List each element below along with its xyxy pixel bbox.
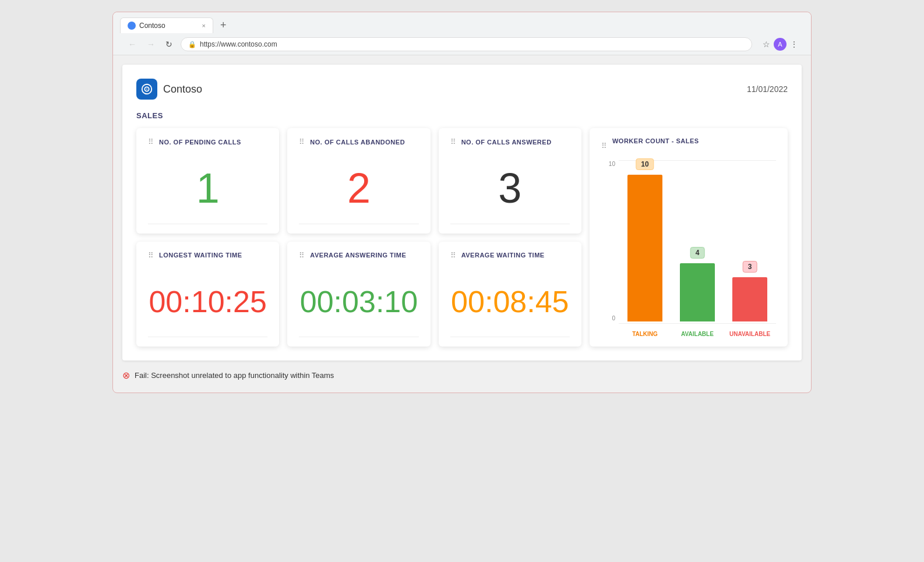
browser-tabs: Contoso × + <box>120 17 804 34</box>
svg-point-2 <box>146 89 147 90</box>
bar-unavailable: 3 <box>729 277 770 321</box>
card-header: ⠿ NO. OF CALLS ABANDONED <box>299 137 418 146</box>
card-divider <box>450 337 570 337</box>
card-calls-abandoned: ⠿ NO. OF CALLS ABANDONED 2 <box>287 128 430 234</box>
card-avg-answering: ⠿ AVERAGE ANSWERING TIME 00:03:10 <box>287 242 430 347</box>
tab-close-btn[interactable]: × <box>202 22 206 29</box>
card-header: ⠿ NO. OF CALLS ANSWERED <box>450 137 570 146</box>
section-label: SALES <box>136 111 788 120</box>
card-header: ⠿ NO. OF PENDING CALLS <box>148 137 267 146</box>
card-title: AVERAGE ANSWERING TIME <box>310 252 406 259</box>
chart-title: WORKER COUNT - SALES <box>612 137 699 144</box>
forward-button[interactable]: → <box>144 38 157 50</box>
card-header: ⠿ LONGEST WAITING TIME <box>148 251 267 260</box>
dashboard-grid: ⠿ NO. OF PENDING CALLS 1 ⠿ NO. OF CALLS … <box>136 128 788 347</box>
app-container: Contoso × + ← → ↻ 🔒 https://www.contoso.… <box>112 12 812 393</box>
bar-talking-fill <box>627 175 662 321</box>
card-value: 1 <box>148 153 267 224</box>
card-title: NO. OF PENDING CALLS <box>159 139 241 146</box>
chart-area: 10 0 10 4 <box>601 161 776 337</box>
chart-labels: TALKING AVAILABLE UNAVAILABLE <box>601 331 776 337</box>
app-name: Contoso <box>163 83 202 96</box>
bar-tooltip-talking: 10 <box>636 158 654 170</box>
lock-icon: 🔒 <box>188 41 196 48</box>
bar-unavailable-fill <box>732 277 767 321</box>
drag-icon: ⠿ <box>148 137 154 146</box>
chart-label-talking: TALKING <box>625 331 665 337</box>
y-label-bottom: 0 <box>612 315 615 321</box>
fail-icon: ⊗ <box>122 370 130 381</box>
menu-button[interactable]: ⋮ <box>790 40 798 49</box>
bar-available-fill <box>680 263 715 321</box>
y-label-top: 10 <box>609 161 615 167</box>
new-tab-button[interactable]: + <box>216 17 231 34</box>
bars-group: 10 4 3 <box>619 161 776 321</box>
drag-icon: ⠿ <box>299 137 305 146</box>
bar-tooltip-unavailable: 3 <box>743 261 757 273</box>
chart-bars-container: 10 0 10 4 <box>601 161 776 324</box>
card-divider <box>299 224 418 224</box>
card-value: 3 <box>450 153 570 224</box>
card-value: 2 <box>299 153 418 224</box>
url-text: https://www.contoso.com <box>200 40 277 48</box>
back-button[interactable]: ← <box>126 38 139 50</box>
card-title: NO. OF CALLS ANSWERED <box>461 139 552 146</box>
reload-button[interactable]: ↻ <box>163 38 175 50</box>
bar-available: 4 <box>677 263 718 321</box>
fail-message: Fail: Screenshot unrelated to app functi… <box>135 371 334 380</box>
card-value: 00:08:45 <box>450 267 570 337</box>
card-avg-waiting: ⠿ AVERAGE WAITING TIME 00:08:45 <box>439 242 581 347</box>
chart-label-available: AVAILABLE <box>677 331 718 337</box>
browser-tab[interactable]: Contoso × <box>120 17 213 33</box>
card-value: 00:10:25 <box>148 267 267 337</box>
app-logo <box>136 79 157 100</box>
main-content: Contoso 11/01/2022 SALES ⠿ NO. OF PENDIN… <box>122 65 802 360</box>
bar-talking: 10 <box>625 175 665 321</box>
card-calls-answered: ⠿ NO. OF CALLS ANSWERED 3 <box>439 128 581 234</box>
chart-label-unavailable: UNAVAILABLE <box>729 331 770 337</box>
card-title: LONGEST WAITING TIME <box>159 252 242 259</box>
app-header: Contoso 11/01/2022 <box>136 79 788 100</box>
url-bar[interactable]: 🔒 https://www.contoso.com <box>181 37 752 51</box>
logo-icon <box>140 83 153 96</box>
card-divider <box>148 337 267 337</box>
browser-addressbar: ← → ↻ 🔒 https://www.contoso.com ☆ A ⋮ <box>120 34 804 55</box>
card-divider <box>450 224 570 224</box>
drag-icon: ⠿ <box>601 142 608 150</box>
tab-label: Contoso <box>139 22 165 30</box>
chart-card-header: ⠿ WORKER COUNT - SALES <box>601 137 776 154</box>
bar-tooltip-available: 4 <box>690 247 705 259</box>
drag-icon: ⠿ <box>148 251 154 260</box>
worker-count-chart: ⠿ WORKER COUNT - SALES 10 0 <box>590 128 788 347</box>
drag-icon: ⠿ <box>450 137 457 146</box>
tab-favicon <box>128 22 136 30</box>
drag-icon: ⠿ <box>299 251 305 260</box>
profile-icon[interactable]: A <box>774 38 787 51</box>
card-pending-calls: ⠿ NO. OF PENDING CALLS 1 <box>136 128 279 234</box>
card-value: 00:03:10 <box>299 267 418 337</box>
y-axis: 10 0 <box>601 161 618 321</box>
browser-actions: ☆ A ⋮ <box>763 38 798 51</box>
card-header: ⠿ AVERAGE ANSWERING TIME <box>299 251 418 260</box>
card-longest-waiting: ⠿ LONGEST WAITING TIME 00:10:25 <box>136 242 279 347</box>
app-logo-area: Contoso <box>136 79 202 100</box>
card-header: ⠿ AVERAGE WAITING TIME <box>450 251 570 260</box>
fail-banner: ⊗ Fail: Screenshot unrelated to app func… <box>122 370 802 381</box>
app-date: 11/01/2022 <box>747 84 788 94</box>
card-title: NO. OF CALLS ABANDONED <box>310 139 405 146</box>
card-title: AVERAGE WAITING TIME <box>461 252 545 259</box>
star-button[interactable]: ☆ <box>763 40 770 49</box>
drag-icon: ⠿ <box>450 251 457 260</box>
card-divider <box>299 337 418 337</box>
grid-line-bottom <box>619 323 776 324</box>
card-divider <box>148 224 267 224</box>
browser-chrome: Contoso × + ← → ↻ 🔒 https://www.contoso.… <box>113 12 811 55</box>
